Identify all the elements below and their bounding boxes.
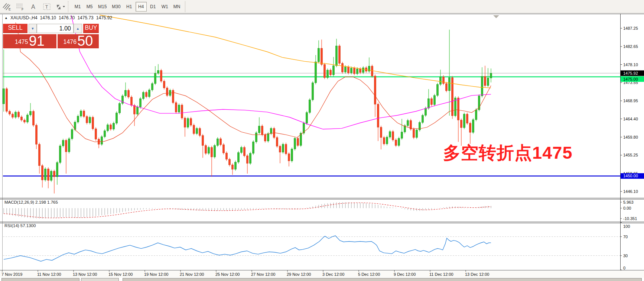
chart-tab-stub[interactable]	[81, 278, 119, 281]
svg-text:-10.351: -10.351	[623, 216, 637, 221]
grid-f-icon[interactable]: F	[14, 1, 26, 12]
svg-text:E: E	[9, 7, 11, 11]
chart-header: ▲ XAUUSD-,H4 1476.10 1476.70 1475.73 147…	[4, 15, 112, 20]
timeframe-button-m15[interactable]: M15	[96, 2, 109, 12]
hatch-e-icon[interactable]: E	[0, 1, 13, 12]
svg-text:0: 0	[623, 266, 625, 270]
svg-text:1464.40: 1464.40	[623, 117, 638, 121]
chart-window[interactable]: 1487.251482.651478.101473.551468.951464.…	[0, 14, 644, 281]
svg-text:15 Nov 12:00: 15 Nov 12:00	[108, 272, 133, 277]
timeframe-button-mn[interactable]: MN	[171, 2, 183, 12]
svg-text:27 Nov 12:00: 27 Nov 12:00	[251, 272, 275, 277]
svg-text:3 Dec 12:00: 3 Dec 12:00	[322, 272, 344, 277]
volume-decrease-button[interactable]: ▼	[29, 24, 37, 33]
svg-text:5.963: 5.963	[623, 200, 634, 204]
svg-text:0.00: 0.00	[623, 206, 631, 210]
svg-text:5 Dec 12:00: 5 Dec 12:00	[358, 272, 380, 277]
collapse-arrow-icon[interactable]: ▲	[4, 16, 8, 20]
timeframe-button-h4[interactable]: H4	[136, 2, 147, 12]
svg-text:1475.00: 1475.00	[623, 77, 638, 81]
svg-text:13 Nov 12:00: 13 Nov 12:00	[73, 272, 97, 277]
toolbar-separator	[68, 1, 71, 12]
text-box-icon[interactable]: T	[40, 1, 53, 12]
svg-text:13 Dec 12:00: 13 Dec 12:00	[465, 272, 489, 277]
rsi-indicator-label: RSI(14) 57.1300	[4, 223, 36, 228]
sell-price-small: 1475	[15, 36, 28, 48]
symbol-period-label: XAUUSD-,H4	[10, 15, 38, 20]
svg-text:1455.25: 1455.25	[623, 153, 638, 157]
timeframe-button-h1[interactable]: H1	[124, 2, 135, 12]
svg-text:70: 70	[623, 235, 628, 239]
timeframe-button-d1[interactable]: D1	[147, 2, 159, 12]
svg-text:7 Nov 2019: 7 Nov 2019	[1, 272, 22, 277]
svg-text:1475.92: 1475.92	[623, 71, 638, 75]
buy-price-small: 1476	[64, 36, 77, 48]
svg-text:100: 100	[623, 224, 630, 229]
svg-text:A: A	[31, 4, 35, 10]
one-click-trade-panel: SELL ▼ ▲ BUY 1475 91 1476 50	[3, 24, 99, 59]
macd-indicator-label: MACD(12,26,9) 2.198 1.765	[4, 200, 58, 204]
mt4-window: E F A T	[0, 0, 644, 281]
svg-text:11 Nov 12:00: 11 Nov 12:00	[37, 272, 61, 277]
toolbar: E F A T	[0, 0, 644, 13]
svg-text:25 Nov 12:00: 25 Nov 12:00	[215, 272, 240, 277]
toolbar-separator-2	[185, 1, 185, 12]
ohlc-high: 1476.70	[59, 15, 75, 20]
ohlc-close: 1475.92	[96, 15, 112, 20]
chart-tab-stub[interactable]	[1, 278, 79, 281]
svg-text:F: F	[22, 7, 24, 11]
sell-price-box[interactable]: 1475 91	[3, 34, 56, 48]
volume-input[interactable]	[37, 24, 74, 33]
svg-text:11 Dec 12:00: 11 Dec 12:00	[429, 272, 453, 277]
timeframe-button-m30[interactable]: M30	[110, 2, 123, 12]
svg-text:1482.65: 1482.65	[623, 44, 638, 49]
sell-button[interactable]: SELL	[3, 24, 27, 33]
svg-text:21 Nov 12:00: 21 Nov 12:00	[180, 272, 204, 277]
svg-text:1446.10: 1446.10	[623, 189, 638, 194]
chart-annotation-text: 多空转折点1475	[443, 141, 573, 165]
svg-text:T: T	[45, 4, 48, 10]
timeframe-button-m5[interactable]: M5	[84, 2, 95, 12]
svg-text:19 Nov 12:00: 19 Nov 12:00	[144, 272, 168, 277]
svg-text:30: 30	[623, 253, 628, 258]
letter-a-icon[interactable]: A	[27, 1, 40, 12]
ohlc-low: 1475.73	[77, 15, 93, 20]
buy-button[interactable]: BUY	[83, 24, 99, 33]
ohlc-open: 1476.10	[40, 15, 56, 20]
svg-text:1487.25: 1487.25	[623, 26, 638, 30]
buy-price-box[interactable]: 1476 50	[58, 34, 99, 48]
timeframe-button-m1[interactable]: M1	[72, 2, 83, 12]
chart-tab-stub[interactable]	[123, 278, 642, 281]
svg-text:9 Dec 12:00: 9 Dec 12:00	[394, 272, 416, 277]
volume-increase-button[interactable]: ▲	[74, 24, 82, 33]
arrows-dropdown-icon[interactable]	[54, 1, 66, 12]
timeframe-button-w1[interactable]: W1	[159, 2, 170, 12]
sell-price-big: 91	[29, 34, 45, 48]
svg-text:1468.95: 1468.95	[623, 98, 638, 103]
svg-text:1450.00: 1450.00	[623, 174, 638, 178]
timeframe-buttons: M1M5M15M30H1H4D1W1MN	[72, 2, 183, 12]
svg-text:1459.80: 1459.80	[623, 135, 638, 139]
svg-text:29 Nov 12:00: 29 Nov 12:00	[287, 272, 311, 277]
svg-text:1478.10: 1478.10	[623, 62, 638, 67]
buy-price-big: 50	[77, 34, 93, 48]
